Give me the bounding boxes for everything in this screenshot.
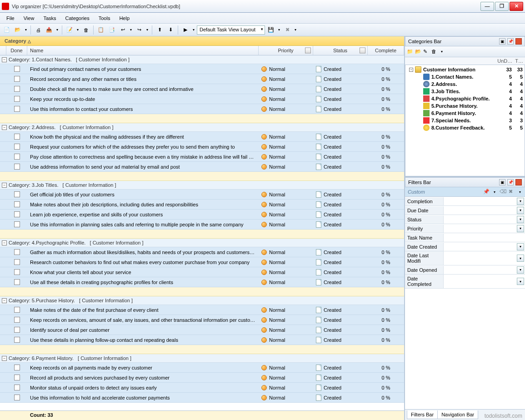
collapse-icon[interactable]: − — [2, 356, 7, 361]
done-checkbox[interactable] — [14, 385, 20, 390]
tab-filters[interactable]: Filters Bar — [407, 410, 438, 419]
filters-toggle-icon[interactable]: ▣ — [499, 179, 505, 185]
export-icon[interactable]: 📤 — [44, 25, 54, 35]
task-row[interactable]: Keep records on all payments made by eve… — [0, 363, 404, 373]
open-drop-icon[interactable]: ▾ — [24, 28, 28, 32]
task-row[interactable]: Pay close attention to correctness and s… — [0, 152, 404, 162]
filter-dropdown-icon[interactable] — [517, 198, 524, 205]
done-checkbox[interactable] — [14, 86, 20, 92]
del-cat-icon[interactable]: 🗑 — [431, 49, 438, 55]
done-checkbox[interactable] — [14, 76, 20, 82]
tree-node[interactable]: 8.Customer Feedback.55 — [406, 124, 524, 131]
panel-toggle-icon[interactable]: ▣ — [499, 38, 505, 45]
tree-node[interactable]: 4.Psychographic Profile.44 — [406, 95, 524, 102]
task-row[interactable]: Monitor status of unpaid orders to detec… — [0, 383, 404, 393]
filter-del-drop-icon[interactable]: ▾ — [518, 190, 522, 194]
save-layout-drop-icon[interactable]: ▾ — [277, 28, 281, 32]
print-icon[interactable]: 🖨 — [33, 25, 43, 35]
category-row[interactable]: − Category: 5.Purchase History. [ Custom… — [0, 296, 404, 305]
tree-node[interactable]: 6.Payment History.44 — [406, 110, 524, 117]
undo-drop-icon[interactable]: ▾ — [129, 28, 133, 32]
task-row[interactable]: Request your customers for which of the … — [0, 142, 404, 152]
task-row[interactable]: Use this information to contact your cus… — [0, 104, 404, 114]
filters-pin-icon[interactable]: 📌 — [507, 179, 514, 185]
task-row[interactable]: Use this information in planning sales c… — [0, 220, 404, 230]
task-row[interactable]: Record all products and services purchas… — [0, 373, 404, 383]
tree-node[interactable]: 2.Address.44 — [406, 80, 524, 88]
filter-dropdown-icon[interactable] — [517, 278, 524, 285]
filter-value[interactable] — [444, 233, 525, 242]
done-checkbox[interactable] — [14, 144, 20, 150]
task-row[interactable]: Use all these details in creating psycho… — [0, 277, 404, 287]
task-row[interactable]: Use this information to hold and acceler… — [0, 393, 404, 403]
done-checkbox[interactable] — [14, 201, 20, 207]
filter-value[interactable] — [444, 242, 516, 251]
filter-value[interactable] — [444, 277, 516, 286]
category-row[interactable]: − Category: 3.Job Titles. [ Customer Inf… — [0, 181, 404, 190]
panel-close-icon[interactable] — [515, 38, 522, 45]
export-drop-icon[interactable]: ▾ — [55, 28, 60, 32]
layout-combo[interactable]: Default Task View Layout — [197, 25, 265, 35]
menu-help[interactable]: Help — [115, 14, 133, 22]
category-row[interactable]: − Category: 6.Payment History. [ Custome… — [0, 354, 404, 363]
tree-toggle-icon[interactable]: - — [409, 68, 413, 72]
col-status[interactable]: Status — [313, 46, 368, 55]
tree-node[interactable]: 3.Job Titles.44 — [406, 88, 524, 95]
done-checkbox[interactable] — [14, 164, 20, 170]
new-cat-icon[interactable]: 📁 — [407, 49, 413, 55]
filter-value[interactable] — [444, 215, 516, 224]
edit-cat-icon[interactable]: ✎ — [423, 49, 430, 55]
filter-save-icon[interactable]: 📌 — [483, 189, 490, 195]
panel-pin-icon[interactable]: 📌 — [507, 38, 514, 45]
task-row[interactable]: Record secondary and any other names or … — [0, 74, 404, 84]
delete-task-icon[interactable]: 🗑 — [81, 25, 91, 35]
task-row[interactable]: Identify source of deal per customerNorm… — [0, 325, 404, 335]
filter-value[interactable] — [444, 224, 516, 233]
task-row[interactable]: Keep records on services, amount of sale… — [0, 315, 404, 325]
col-priority[interactable]: Priority — [259, 46, 313, 55]
task-row[interactable]: Gather as much information about likes/d… — [0, 247, 404, 257]
filter-save-drop-icon[interactable]: ▾ — [492, 190, 497, 194]
done-checkbox[interactable] — [14, 211, 20, 217]
save-layout-icon[interactable]: 💾 — [266, 25, 276, 35]
minimize-button[interactable]: — — [480, 2, 494, 11]
filter-dropdown-icon[interactable] — [517, 255, 524, 262]
cat-drop-icon[interactable]: ▾ — [440, 50, 444, 54]
open-file-icon[interactable]: 📂 — [13, 25, 23, 35]
done-checkbox[interactable] — [14, 106, 20, 112]
category-row[interactable]: − Category: 1.Contact Names. [ Customer … — [0, 55, 404, 64]
filter-clear-icon[interactable]: ⌫ — [500, 189, 506, 195]
filter-dropdown-icon[interactable] — [517, 266, 524, 274]
task-row[interactable]: Keep your records up-to-dateNormalCreate… — [0, 94, 404, 104]
done-checkbox[interactable] — [14, 375, 20, 380]
filter-del-icon[interactable]: ✖ — [509, 189, 515, 195]
task-row[interactable]: Know both the physical and the mailing a… — [0, 132, 404, 142]
done-checkbox[interactable] — [14, 269, 20, 275]
done-checkbox[interactable] — [14, 134, 20, 140]
sub-cat-icon[interactable]: 📂 — [415, 49, 421, 55]
filter-dropdown-icon[interactable] — [517, 243, 524, 250]
category-tree[interactable]: -Customer Information33331.Contact Names… — [405, 65, 525, 176]
tree-node[interactable]: 1.Contact Names.55 — [406, 73, 524, 80]
category-row[interactable]: − Category: 2.Address. [ Customer Inform… — [0, 123, 404, 132]
done-checkbox[interactable] — [14, 221, 20, 227]
close-button[interactable]: ✕ — [510, 2, 523, 11]
col-name[interactable]: Name — [27, 46, 259, 55]
collapse-icon[interactable]: − — [2, 183, 7, 188]
task-row[interactable]: Use address information to send your ad … — [0, 162, 404, 172]
task-row[interactable]: Know what your clients tell about your s… — [0, 267, 404, 277]
filter-value[interactable] — [444, 254, 516, 263]
task-row[interactable]: Make notes about their job descriptions,… — [0, 200, 404, 210]
redo-drop-icon[interactable]: ▾ — [145, 28, 150, 32]
menu-tools[interactable]: Tools — [95, 14, 114, 22]
col-done[interactable]: Done — [6, 46, 27, 55]
delete-layout-drop-icon[interactable]: ▾ — [293, 28, 298, 32]
redo-icon[interactable]: ↪ — [134, 25, 144, 35]
task-row[interactable]: Learn job experience, expertise and skil… — [0, 210, 404, 220]
group-by-row[interactable]: Category △ — [0, 36, 404, 46]
done-checkbox[interactable] — [14, 154, 20, 160]
collapse-icon[interactable]: − — [2, 57, 7, 62]
tree-node[interactable]: 7.Special Needs.33 — [406, 117, 524, 124]
task-row[interactable]: Research customer behaviors to find out … — [0, 257, 404, 267]
run-drop-icon[interactable]: ▾ — [191, 28, 196, 32]
